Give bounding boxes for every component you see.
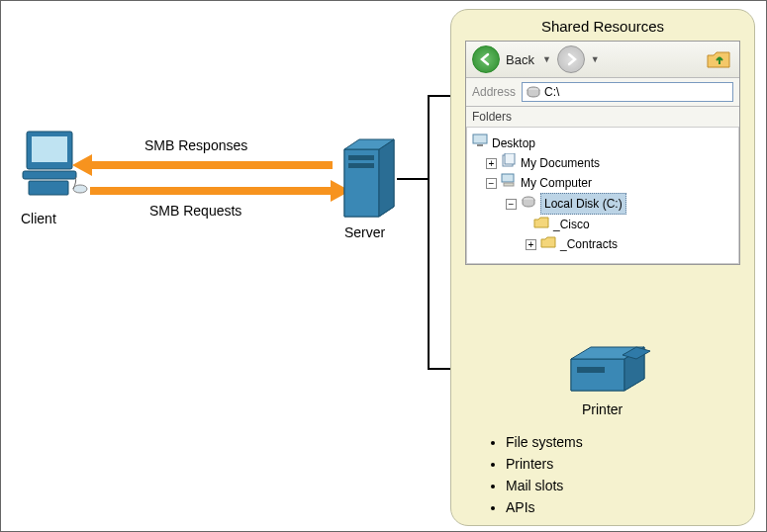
printer-label: Printer xyxy=(582,401,623,417)
tree-label: My Computer xyxy=(521,173,592,193)
list-item: File systems xyxy=(506,431,583,453)
folders-header: Folders xyxy=(466,107,739,128)
resource-type-list: File systems Printers Mail slots APIs xyxy=(488,431,583,518)
svg-rect-9 xyxy=(348,155,374,160)
folder-icon xyxy=(540,234,556,254)
collapse-toggle[interactable]: − xyxy=(506,199,517,210)
address-input[interactable]: C:\ xyxy=(522,82,733,102)
tree-node-my-documents[interactable]: + My Documents xyxy=(472,153,733,173)
collapse-toggle[interactable]: − xyxy=(486,178,497,189)
panel-title: Shared Resources xyxy=(451,18,754,35)
svg-rect-3 xyxy=(29,181,68,195)
address-label: Address xyxy=(472,85,516,99)
svg-rect-23 xyxy=(577,367,605,373)
server-node xyxy=(339,137,399,222)
folder-tree: Desktop + My Documents − My Computer xyxy=(466,128,739,264)
explorer-window: Back ▼ ▼ Address xyxy=(465,41,740,265)
desktop-icon xyxy=(472,133,488,153)
svg-marker-7 xyxy=(379,139,394,217)
tree-label: _Contracts xyxy=(560,234,618,254)
svg-rect-2 xyxy=(23,171,76,179)
svg-rect-12 xyxy=(473,134,487,143)
tree-node-local-disk[interactable]: − Local Disk (C:) xyxy=(472,193,733,215)
address-value: C:\ xyxy=(544,85,559,99)
printer-icon xyxy=(565,337,654,397)
smb-responses-label: SMB Responses xyxy=(144,137,247,153)
tree-node-desktop[interactable]: Desktop xyxy=(472,133,733,153)
explorer-toolbar: Back ▼ ▼ xyxy=(466,42,739,78)
back-label: Back xyxy=(506,52,534,67)
tree-label-selected: Local Disk (C:) xyxy=(540,193,626,215)
svg-rect-16 xyxy=(502,174,514,182)
svg-rect-15 xyxy=(505,153,515,164)
forward-button[interactable] xyxy=(557,45,585,73)
documents-icon xyxy=(501,153,517,173)
server-icon xyxy=(339,137,399,219)
tree-label: Desktop xyxy=(492,133,535,153)
disk-icon xyxy=(521,194,536,214)
list-item: Mail slots xyxy=(506,475,583,496)
diagram-canvas: Client SMB Responses SMB Requests Server… xyxy=(0,0,767,532)
tree-node-my-computer[interactable]: − My Computer xyxy=(472,173,733,193)
smb-responses-arrow xyxy=(90,161,333,169)
expand-toggle[interactable]: + xyxy=(526,239,536,250)
smb-requests-arrow xyxy=(90,187,333,195)
folder-icon xyxy=(533,215,549,234)
tree-node-contracts[interactable]: + _Contracts xyxy=(472,234,733,254)
computer-icon xyxy=(501,173,517,193)
forward-arrow-icon xyxy=(564,52,578,66)
svg-rect-10 xyxy=(348,163,374,168)
back-arrow-icon xyxy=(479,52,493,66)
printer-node xyxy=(565,337,654,399)
svg-rect-17 xyxy=(504,183,514,186)
up-folder-icon xyxy=(706,47,733,71)
smb-requests-label: SMB Requests xyxy=(149,203,241,219)
forward-dropdown-caret-icon[interactable]: ▼ xyxy=(591,54,600,64)
disk-icon xyxy=(527,86,540,98)
server-label: Server xyxy=(344,224,385,240)
svg-rect-1 xyxy=(32,136,67,162)
back-dropdown-caret-icon[interactable]: ▼ xyxy=(542,54,551,64)
back-button[interactable] xyxy=(472,45,500,73)
up-folder-button[interactable] xyxy=(706,47,733,71)
tree-label: My Documents xyxy=(521,153,600,173)
list-item: APIs xyxy=(506,496,583,518)
svg-rect-13 xyxy=(477,144,483,146)
svg-marker-20 xyxy=(571,359,624,391)
tree-label: _Cisco xyxy=(553,215,590,234)
expand-toggle[interactable]: + xyxy=(486,158,497,169)
client-label: Client xyxy=(21,211,56,226)
address-bar: Address C:\ xyxy=(466,78,739,107)
tree-node-cisco[interactable]: _Cisco xyxy=(472,215,733,234)
list-item: Printers xyxy=(506,453,583,475)
svg-point-4 xyxy=(73,185,87,193)
